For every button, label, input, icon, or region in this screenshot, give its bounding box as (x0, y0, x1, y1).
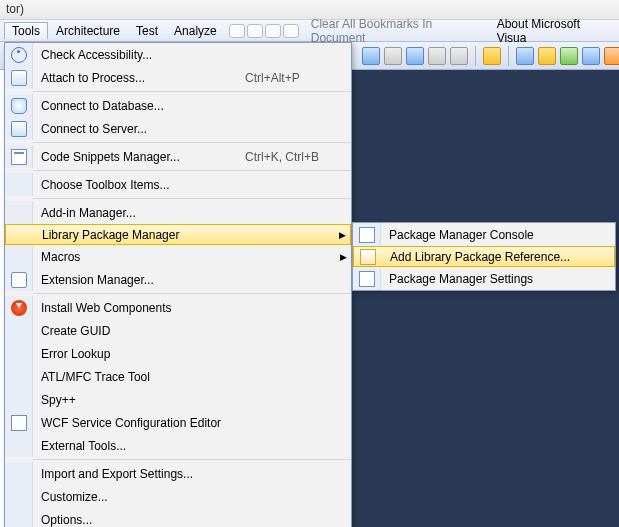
toolbar-icon-10[interactable] (582, 47, 600, 65)
separator (33, 459, 351, 460)
bookmark-prev-doc-icon[interactable] (265, 24, 281, 38)
toolbar-icon-9[interactable] (560, 47, 578, 65)
menu-choose-toolbox[interactable]: Choose Toolbox Items... (5, 173, 351, 196)
extension-icon (11, 272, 27, 288)
submenu-package-manager-console[interactable]: Package Manager Console (353, 223, 615, 246)
menu-options[interactable]: Options... (5, 508, 351, 527)
library-package-submenu: Package Manager Console Add Library Pack… (352, 222, 616, 291)
separator (33, 170, 351, 171)
menu-attach-to-process[interactable]: Attach to Process... Ctrl+Alt+P (5, 66, 351, 89)
toolbar-divider-2 (508, 46, 509, 66)
separator (33, 142, 351, 143)
database-icon (11, 98, 27, 114)
tools-dropdown: Check Accessibility... Attach to Process… (4, 42, 352, 527)
toolbar-divider-1 (475, 46, 476, 66)
snippets-icon (11, 149, 27, 165)
menu-library-package-manager[interactable]: Library Package Manager ▶ (5, 224, 351, 245)
accessibility-icon (11, 47, 27, 63)
download-icon (11, 300, 27, 316)
menu-wcf-config[interactable]: WCF Service Configuration Editor (5, 411, 351, 434)
toolbar-icon-5[interactable] (450, 47, 468, 65)
separator (33, 198, 351, 199)
menu-install-web-components[interactable]: Install Web Components (5, 296, 351, 319)
editor-background (352, 70, 619, 527)
toolbar-icon-11[interactable] (604, 47, 619, 65)
toolbar-icon-6[interactable] (483, 47, 501, 65)
menu-macros[interactable]: Macros ▶ (5, 245, 351, 268)
menu-import-export-settings[interactable]: Import and Export Settings... (5, 462, 351, 485)
wcf-icon (11, 415, 27, 431)
package-icon (360, 249, 376, 265)
toolbar-icon-8[interactable] (538, 47, 556, 65)
menu-error-lookup[interactable]: Error Lookup (5, 342, 351, 365)
bookmark-next-doc-icon[interactable] (283, 24, 299, 38)
toolbar-icon-1[interactable] (362, 47, 380, 65)
menu-addin-manager[interactable]: Add-in Manager... (5, 201, 351, 224)
menu-architecture[interactable]: Architecture (48, 22, 128, 40)
chevron-right-icon: ▶ (335, 252, 351, 262)
menu-bar: Tools Architecture Test Analyze Clear Al… (0, 20, 619, 42)
toolbar-icon-7[interactable] (516, 47, 534, 65)
menu-connect-database[interactable]: Connect to Database... (5, 94, 351, 117)
console-icon (359, 227, 375, 243)
toolbar-icon-2[interactable] (384, 47, 402, 65)
separator (33, 293, 351, 294)
menu-code-snippets[interactable]: Code Snippets Manager... Ctrl+K, Ctrl+B (5, 145, 351, 168)
menu-check-accessibility[interactable]: Check Accessibility... (5, 43, 351, 66)
submenu-package-manager-settings[interactable]: Package Manager Settings (353, 267, 615, 290)
menu-connect-server[interactable]: Connect to Server... (5, 117, 351, 140)
separator (33, 91, 351, 92)
attach-icon (11, 70, 27, 86)
toolbar-icon-4[interactable] (428, 47, 446, 65)
menu-create-guid[interactable]: Create GUID (5, 319, 351, 342)
menu-extension-manager[interactable]: Extension Manager... (5, 268, 351, 291)
menu-customize[interactable]: Customize... (5, 485, 351, 508)
settings-icon (359, 271, 375, 287)
toolbar-icons (362, 42, 619, 69)
menu-external-tools[interactable]: External Tools... (5, 434, 351, 457)
bookmark-prev-icon[interactable] (229, 24, 245, 38)
bookmark-next-icon[interactable] (247, 24, 263, 38)
menu-analyze[interactable]: Analyze (166, 22, 225, 40)
menu-spy[interactable]: Spy++ (5, 388, 351, 411)
menu-tools[interactable]: Tools (4, 22, 48, 39)
chevron-right-icon: ▶ (334, 230, 350, 240)
bookmark-icons (225, 24, 303, 38)
server-icon (11, 121, 27, 137)
title-text: tor) (6, 2, 24, 16)
submenu-add-library-package-reference[interactable]: Add Library Package Reference... (353, 246, 615, 267)
menu-test[interactable]: Test (128, 22, 166, 40)
toolbar-icon-3[interactable] (406, 47, 424, 65)
menu-atl-mfc-trace[interactable]: ATL/MFC Trace Tool (5, 365, 351, 388)
